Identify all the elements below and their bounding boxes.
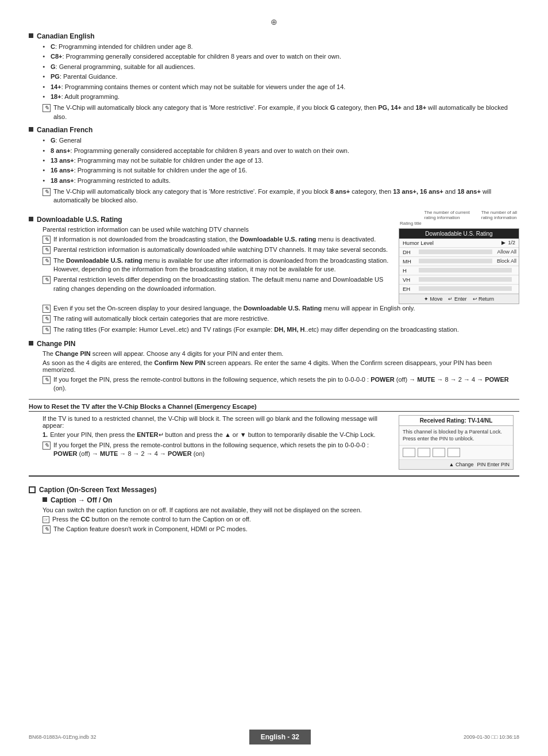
caption-section-header: Caption (On-Screen Text Messages) [29, 486, 519, 494]
note-icon: ✎ [43, 326, 51, 334]
enter-label: ↵ Enter [448, 296, 466, 302]
footer-page-label: English - 32 [249, 730, 311, 745]
h-action [514, 269, 519, 271]
list-item: G: General [43, 136, 519, 145]
note-icon: ✎ [43, 246, 51, 254]
note-text: The Caption feature doesn't work in Comp… [53, 525, 519, 534]
list-item: 13 ans+: Programming may not be suitable… [43, 156, 519, 165]
change-pin-title: Change PIN [37, 340, 75, 348]
eh-bar [419, 286, 512, 291]
dh-label: DH [399, 248, 416, 256]
caption-subtitle: Caption → Off / On [51, 496, 112, 504]
note-icon: ✎ [43, 376, 51, 384]
note-text: Even if you set the On-screen display to… [53, 304, 519, 313]
top-decoration: ⊕ [29, 17, 519, 26]
list-item: PG: Parental Guidance. [43, 72, 519, 81]
humor-label: Humor Level [403, 240, 501, 246]
emergency-left: If the TV is tuned to a restricted chann… [29, 415, 389, 460]
note-text: Parental restriction information is auto… [53, 245, 389, 254]
note-text: The V-Chip will automatically block any … [53, 103, 519, 121]
footer-left-text: BN68-01883A-01Eng.indb 32 [29, 734, 97, 740]
page: ⊕ Canadian English C: Programming intend… [0, 0, 548, 756]
caption-checkbox-item: ☞ Press the CC button on the remote cont… [43, 516, 519, 523]
emergency-title: How to Reset the TV after the V-Chip Blo… [29, 403, 257, 410]
note-icon: ✎ [43, 188, 51, 196]
received-header: Received Rating: TV-14/NL [399, 416, 513, 426]
mh-label: MH [399, 257, 416, 266]
note-icon: ✎ [43, 525, 51, 534]
received-inputs [399, 446, 513, 460]
all-label: The number of allrating information [481, 210, 517, 220]
downloadable-note-2: ✎ Parental restriction information is au… [43, 245, 389, 254]
note-icon: ✎ [43, 276, 51, 284]
note-icon: ✎ [43, 257, 51, 265]
note-text: The rating will automatically block cert… [53, 314, 519, 323]
canadian-french-note: ✎ The V-Chip will automatically block an… [43, 187, 519, 205]
downloadable-note-1: ✎ If information is not downloaded from … [43, 235, 389, 244]
caption-checkbox-icon [29, 486, 36, 493]
received-rating-box: Received Rating: TV-14/NL This channel i… [399, 415, 514, 470]
footer-right-text: 2009-01-30 □□ 10:36:18 [464, 734, 519, 740]
rating-top-labels: The number of currentrating information … [399, 210, 519, 220]
emergency-right: Received Rating: TV-14/NL This channel i… [399, 415, 519, 470]
list-item: 18 ans+: Programming restricted to adult… [43, 176, 519, 185]
note-text: If you forget the PIN, press the remote-… [53, 375, 519, 393]
change-pin-section: Change PIN [29, 340, 519, 348]
dh-bar [419, 250, 492, 254]
checkbox-icon: ☞ [43, 516, 49, 523]
dh-row: DH Allow All [399, 248, 519, 257]
caption-checkbox-text: Press the CC button on the remote contro… [52, 516, 251, 523]
downloadable-note-4: ✎ Parental restriction levels differ dep… [43, 275, 389, 293]
note-icon: ✎ [43, 315, 51, 323]
h-bar [419, 268, 512, 273]
canadian-french-list: G: General 8 ans+: Programming generally… [43, 136, 519, 185]
section-bullet [29, 127, 33, 132]
change-pin-desc1: The Change PIN screen will appear. Choos… [43, 350, 519, 357]
downloadable-right: The number of currentrating information … [399, 210, 519, 304]
downloadable-note-3: ✎ The Downloadable U.S. rating menu is a… [43, 256, 389, 274]
note-text: If information is not downloaded from th… [53, 235, 389, 244]
downloadable-section-container: Downloadable U.S. Rating Parental restri… [29, 210, 519, 304]
list-item: C: Programming intended for children und… [43, 43, 519, 51]
rating-box-header: Downloadable U.S. Rating [399, 229, 519, 239]
list-item: 14+: Programming contains themes or cont… [43, 83, 519, 91]
received-body: This channel is blocked by a Parental Lo… [399, 426, 513, 446]
change-pin-note: ✎ If you forget the PIN, press the remot… [43, 375, 519, 393]
emergency-note: ✎ If you forget the PIN, press the remot… [43, 441, 389, 459]
eh-label: EH [399, 285, 416, 293]
caption-note: ✎ The Caption feature doesn't work in Co… [43, 525, 519, 534]
humor-level-row: Humor Level ▶ 1/2 [399, 239, 519, 248]
pin-input-2[interactable] [418, 448, 430, 457]
note-icon: ✎ [43, 236, 51, 244]
emergency-section-header: How to Reset the TV after the V-Chip Blo… [29, 403, 519, 412]
move-label: ✦ Move [424, 296, 443, 302]
section-bullet [43, 497, 47, 502]
downloadable-desc-text: Parental restriction information can be … [43, 226, 249, 233]
received-footer: ▲ Change PIN Enter PIN [399, 460, 513, 469]
canadian-english-note: ✎ The V-Chip will automatically block an… [43, 103, 519, 121]
note-text: If you forget the PIN, press the remote-… [53, 441, 389, 459]
section-divider [29, 399, 519, 400]
pin-input-4[interactable] [447, 448, 460, 457]
rating-ui-box: Downloadable U.S. Rating Humor Level ▶ 1… [399, 228, 519, 304]
pin-input-1[interactable] [403, 448, 415, 457]
list-item: 18+: Adult programming. [43, 93, 519, 101]
rating-footer: ✦ Move ↵ Enter ↩ Return [399, 294, 519, 304]
caption-subtitle-header: Caption → Off / On [43, 496, 519, 504]
mh-bar [419, 259, 492, 263]
canadian-french-section: Canadian French [29, 126, 519, 134]
list-item: 8 ans+: Programming generally considered… [43, 147, 519, 155]
h-row: H [399, 266, 519, 275]
section-bullet [29, 33, 33, 38]
humor-count: 1/2 [508, 240, 515, 245]
note-text: Parental restriction levels differ depen… [53, 275, 389, 293]
step-text: Enter your PIN, then press the ENTER↵ bu… [50, 431, 375, 439]
humor-arrow: ▶ [501, 240, 505, 245]
pin-input-3[interactable] [433, 448, 445, 457]
downloadable-title: Downloadable U.S. Rating [37, 216, 122, 224]
mh-action: Block All [495, 257, 519, 265]
list-item: 16 ans+: Programming is not suitable for… [43, 166, 519, 175]
enter-pin-label: PIN Enter PIN [477, 462, 510, 467]
rating-title-label: Rating title [399, 221, 519, 226]
h-label: H [399, 266, 416, 275]
